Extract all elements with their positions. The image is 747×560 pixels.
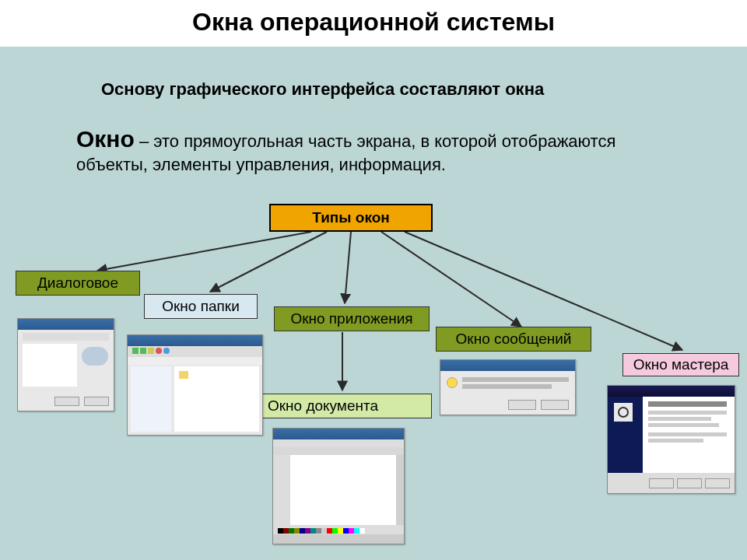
thumbnail-document-window	[272, 428, 405, 544]
thumbnail-message-window	[440, 359, 576, 415]
definition-body: – это прямоугольная часть экрана, в кото…	[76, 131, 615, 174]
node-dialog: Диалоговое	[16, 271, 140, 296]
node-folder: Окно папки	[144, 294, 258, 319]
intro-text: Основу графического интерфейса составляю…	[101, 79, 661, 100]
node-app: Окно приложения	[274, 306, 430, 331]
node-msg: Окно сообщений	[436, 327, 591, 352]
page-title: Окна операционной системы	[0, 8, 747, 37]
thumbnail-wizard-window	[607, 385, 735, 494]
root-node: Типы окон	[269, 204, 433, 232]
definition-term: Окно	[76, 126, 135, 152]
slide: Окна операционной системы Основу графиче…	[0, 0, 747, 560]
definition: Окно – это прямоугольная часть экрана, в…	[76, 124, 660, 175]
thumbnail-folder-window	[127, 334, 263, 436]
node-wizard: Окно мастера	[622, 353, 739, 376]
thumbnail-dialog-window	[17, 318, 114, 411]
